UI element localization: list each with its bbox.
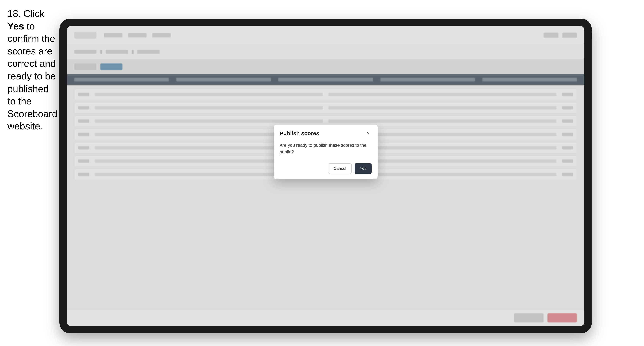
- instruction-body: to confirm the scores are correct and re…: [8, 21, 57, 132]
- publish-scores-modal: Publish scores × Are you ready to publis…: [274, 125, 378, 179]
- instruction-text: 18. Click Yes to confirm the scores are …: [8, 7, 59, 133]
- cancel-button[interactable]: Cancel: [328, 163, 352, 174]
- instruction-intro: Click: [24, 8, 44, 19]
- instruction-bold: Yes: [8, 21, 24, 31]
- modal-close-button[interactable]: ×: [365, 130, 372, 137]
- yes-button[interactable]: Yes: [354, 163, 372, 174]
- modal-body: Are you ready to publish these scores to…: [274, 140, 378, 161]
- modal-header: Publish scores ×: [274, 125, 378, 140]
- modal-message: Are you ready to publish these scores to…: [280, 142, 372, 155]
- modal-overlay: Publish scores × Are you ready to publis…: [67, 26, 584, 326]
- tablet-device: Publish scores × Are you ready to publis…: [59, 18, 592, 334]
- step-number: 18.: [8, 8, 21, 19]
- modal-title: Publish scores: [280, 130, 319, 137]
- modal-footer: Cancel Yes: [274, 161, 378, 179]
- tablet-screen: Publish scores × Are you ready to publis…: [67, 26, 584, 326]
